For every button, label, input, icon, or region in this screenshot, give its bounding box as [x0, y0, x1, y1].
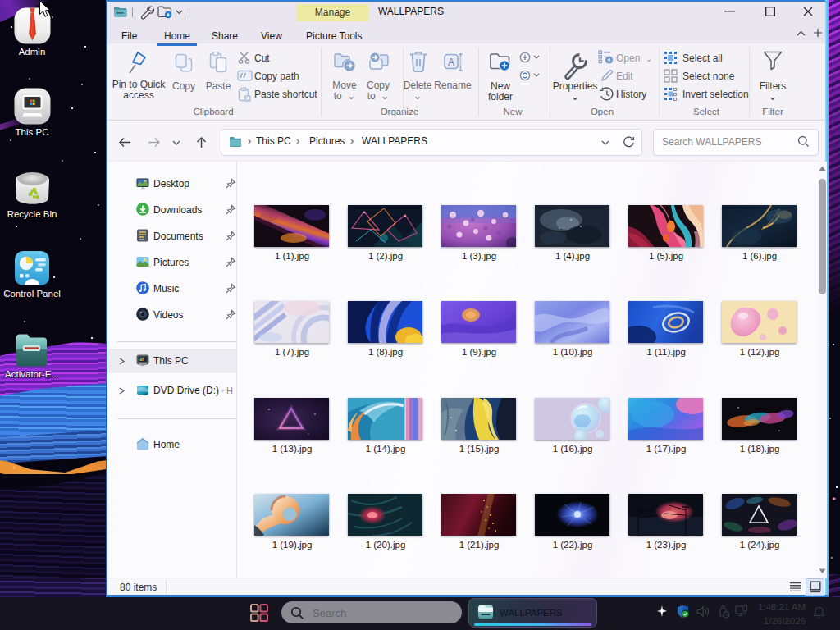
- svg-text:A: A: [448, 57, 454, 68]
